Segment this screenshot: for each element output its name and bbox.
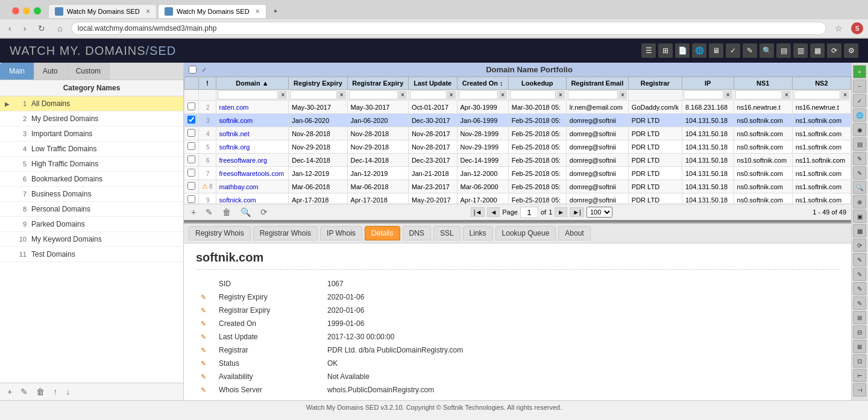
- col-ip[interactable]: IP: [682, 77, 734, 90]
- row-domain[interactable]: raten.com: [216, 101, 289, 114]
- header-icon-screen[interactable]: 🖥: [709, 43, 723, 58]
- row-checkbox-cell[interactable]: [184, 193, 199, 204]
- col-created[interactable]: Created On ↕: [457, 77, 508, 90]
- filter-ns2-clear[interactable]: ×: [841, 90, 849, 99]
- tab-ip-whois[interactable]: IP Whois: [320, 226, 362, 240]
- rs-btn-7[interactable]: ✎: [853, 166, 866, 180]
- table-wrapper[interactable]: ! Domain ▲ Registry Expiry Registrar Exp…: [184, 77, 851, 204]
- tab-close-2[interactable]: ×: [256, 7, 260, 16]
- rs-btn-15[interactable]: ✎: [853, 282, 866, 295]
- page-input[interactable]: [520, 207, 538, 218]
- table-row[interactable]: 2raten.comMay-30-2017May-30-2017Oct-01-2…: [184, 101, 851, 114]
- header-icon-check[interactable]: ✓: [726, 43, 740, 58]
- row-checkbox-cell[interactable]: [184, 114, 199, 127]
- header-icon-search[interactable]: 🔍: [760, 43, 774, 58]
- table-row[interactable]: 9softnick.comApr-17-2018Apr-17-2018May-2…: [184, 193, 851, 204]
- rs-add-btn[interactable]: +: [853, 65, 866, 78]
- edit-status-icon[interactable]: ✎: [201, 360, 206, 367]
- tab-registrar-whois[interactable]: Registrar Whois: [253, 226, 318, 240]
- header-icon-menu[interactable]: ☰: [641, 43, 656, 58]
- sidebar-item-7[interactable]: ▶ 7 Business Domains: [0, 187, 183, 202]
- rs-btn-14[interactable]: ✎: [853, 268, 866, 281]
- edit-reg-exp-icon[interactable]: ✎: [201, 293, 206, 301]
- row-domain[interactable]: freesoftwaretools.com: [216, 167, 289, 180]
- browser-tab-2[interactable]: Watch My Domains SED ×: [158, 4, 266, 18]
- filter-rar-exp-clear[interactable]: ×: [398, 90, 407, 99]
- rs-btn-5[interactable]: ▤: [853, 137, 866, 151]
- sidebar-item-all-domains[interactable]: ▶ 1 All Domains: [0, 96, 183, 111]
- header-icon-doc[interactable]: 📄: [675, 43, 690, 58]
- tab-ssl[interactable]: SSL: [433, 226, 461, 240]
- rs-btn-10[interactable]: ▣: [853, 210, 866, 223]
- select-all-checkbox[interactable]: [189, 66, 197, 74]
- filter-ip[interactable]: [684, 90, 723, 99]
- reload-button[interactable]: ↻: [34, 22, 49, 34]
- filter-last-upd-clear[interactable]: ×: [447, 90, 456, 99]
- row-checkbox-cell[interactable]: [184, 140, 199, 154]
- filter-reg-exp-clear[interactable]: ×: [338, 90, 346, 99]
- row-checkbox[interactable]: [187, 182, 195, 190]
- col-email[interactable]: Registrant Email: [566, 77, 628, 90]
- rs-btn-17[interactable]: ⊞: [853, 311, 866, 324]
- new-tab-button[interactable]: +: [268, 5, 286, 17]
- rs-btn-8[interactable]: 🔍: [853, 181, 866, 194]
- table-row[interactable]: 7freesoftwaretools.comJan-12-2019Jan-12-…: [184, 167, 851, 180]
- edit-registrar-icon[interactable]: ✎: [201, 346, 206, 354]
- per-page-select[interactable]: 100 50 200: [587, 207, 612, 218]
- minimize-button[interactable]: [23, 7, 30, 14]
- table-row[interactable]: ⚠8mathbay.comMar-06-2018Mar-06-2018Mar-2…: [184, 180, 851, 193]
- filter-email[interactable]: [568, 90, 618, 99]
- sidebar-down-btn[interactable]: ↓: [63, 386, 72, 398]
- row-checkbox-cell[interactable]: [184, 180, 199, 193]
- add-domain-btn[interactable]: +: [189, 206, 198, 218]
- rs-btn-22[interactable]: ⊣: [853, 383, 866, 396]
- rs-btn-9[interactable]: ⊕: [853, 195, 866, 208]
- rs-btn-21[interactable]: ⊢: [853, 369, 866, 382]
- header-icon-cols[interactable]: ▥: [793, 43, 808, 58]
- page-prev[interactable]: ◄: [487, 207, 500, 217]
- row-checkbox[interactable]: [187, 116, 195, 124]
- sidebar-edit-btn[interactable]: ✎: [18, 386, 30, 398]
- close-button[interactable]: [12, 7, 19, 14]
- rs-btn-19[interactable]: ⊠: [853, 340, 866, 353]
- bookmark-button[interactable]: ☆: [831, 22, 846, 34]
- row-domain[interactable]: softnik.com: [216, 114, 289, 127]
- header-icon-edit[interactable]: ✎: [743, 43, 757, 58]
- row-domain[interactable]: mathbay.com: [216, 180, 289, 193]
- col-ns2[interactable]: NS2: [792, 77, 851, 90]
- filter-ns1-clear[interactable]: ×: [782, 90, 791, 99]
- filter-ns2[interactable]: [794, 90, 840, 99]
- row-checkbox[interactable]: [187, 169, 195, 177]
- rs-btn-6[interactable]: ✎: [853, 152, 866, 165]
- row-checkbox-cell[interactable]: [184, 101, 199, 114]
- sidebar-up-btn[interactable]: ↑: [51, 386, 60, 398]
- sidebar-item-10[interactable]: ▶ 10 My Keyword Domains: [0, 232, 183, 247]
- header-icon-globe[interactable]: 🌐: [692, 43, 706, 58]
- search-domain-btn[interactable]: 🔍: [238, 206, 253, 218]
- filter-rar-exp[interactable]: [349, 90, 398, 99]
- table-row[interactable]: 3softnik.comJan-06-2020Jan-06-2020Dec-30…: [184, 114, 851, 127]
- filter-reg-exp[interactable]: [290, 90, 336, 99]
- rs-btn-16[interactable]: ✎: [853, 296, 866, 310]
- col-registrar[interactable]: Registrar: [628, 77, 682, 90]
- edit-domain-btn[interactable]: ✎: [203, 206, 215, 218]
- refresh-domain-btn[interactable]: ⟳: [258, 206, 270, 218]
- filter-last-upd[interactable]: [410, 90, 447, 99]
- rs-btn-1[interactable]: −: [853, 80, 866, 93]
- col-domain[interactable]: Domain ▲: [216, 77, 289, 90]
- browser-tab-1[interactable]: Watch My Domains SED Serve ×: [48, 4, 157, 18]
- edit-rar-exp-icon[interactable]: ✎: [201, 307, 206, 314]
- row-domain[interactable]: softnik.net: [216, 127, 289, 140]
- row-checkbox[interactable]: [187, 102, 195, 110]
- sidebar-item-3[interactable]: ▶ 3 Important Domains: [0, 127, 183, 142]
- url-bar[interactable]: [71, 22, 826, 35]
- col-lookedup[interactable]: Lookedup: [508, 77, 566, 90]
- filter-lookedup[interactable]: [510, 90, 556, 99]
- page-last[interactable]: ►|: [570, 207, 584, 217]
- tab-links[interactable]: Links: [463, 226, 493, 240]
- filter-created[interactable]: [459, 90, 498, 99]
- filter-lookedup-clear[interactable]: ×: [556, 90, 565, 99]
- header-icon-table[interactable]: ▤: [776, 43, 791, 58]
- filter-ns1[interactable]: [735, 90, 782, 99]
- tab-lookup-queue[interactable]: Lookup Queue: [495, 226, 556, 240]
